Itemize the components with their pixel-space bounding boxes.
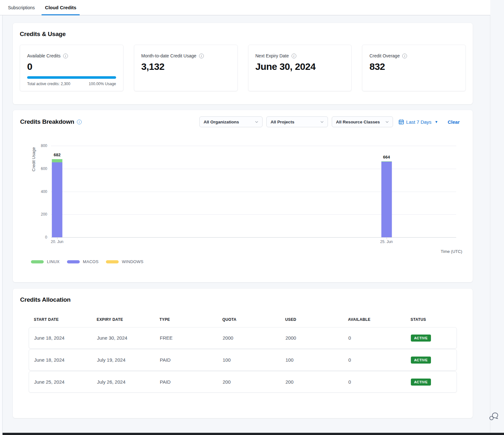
- cell-available: 0: [348, 379, 411, 385]
- cell-start-date: June 25, 2024: [34, 379, 97, 385]
- table-row: June 18, 2024June 30, 2024FREE200020000A…: [29, 327, 457, 349]
- legend-swatch: [67, 260, 80, 263]
- right-edge-divider: [490, 0, 490, 435]
- y-tick-label: 800: [41, 144, 47, 148]
- stat-label: Available Credits: [27, 53, 61, 58]
- stat-label: Next Expiry Date: [256, 53, 289, 58]
- chevron-down-icon: [320, 120, 324, 124]
- chart-legend: LINUXMACOSWINDOWS: [31, 259, 144, 264]
- y-tick-label: 200: [41, 212, 47, 217]
- legend-swatch: [31, 260, 44, 263]
- resource-classes-select[interactable]: All Resource Classes: [332, 116, 393, 127]
- bar-segment-macos[interactable]: [52, 162, 63, 237]
- grid-line: [51, 237, 456, 238]
- y-axis-title: Credit Usage: [31, 128, 36, 191]
- info-icon[interactable]: i: [292, 54, 296, 58]
- credit-usage-chart: 0200400600800Credit UsageTime (UTC)68220…: [51, 146, 456, 237]
- col-header-quota: QUOTA: [222, 317, 285, 322]
- caret-down-icon: ▼: [435, 120, 438, 124]
- legend-item-linux[interactable]: LINUX: [31, 259, 60, 264]
- status-badge: ACTIVE: [411, 357, 431, 364]
- info-icon[interactable]: i: [402, 54, 407, 58]
- info-icon[interactable]: i: [199, 54, 204, 58]
- cell-quota: 100: [223, 357, 285, 363]
- y-tick-label: 400: [41, 189, 47, 194]
- credits-progress-bar: [27, 76, 116, 79]
- cell-status: ACTIVE: [411, 335, 451, 342]
- projects-select[interactable]: All Projects: [266, 116, 328, 127]
- stacked-bar[interactable]: 664: [381, 161, 392, 237]
- col-header-expiry-date: EXPIRY DATE: [97, 317, 159, 322]
- bar-total-label: 682: [54, 152, 61, 157]
- x-tick-mark: [387, 237, 387, 239]
- grid-line: [51, 169, 456, 169]
- grid-line: [51, 192, 456, 192]
- y-tick-label: 600: [41, 166, 47, 171]
- cell-start-date: June 18, 2024: [34, 357, 97, 363]
- cell-used: 100: [285, 357, 348, 363]
- tab-subscriptions[interactable]: Subscriptions: [7, 0, 35, 15]
- col-header-available: AVAILABLE: [348, 317, 411, 322]
- credits-progress-fill: [27, 76, 116, 79]
- stat-value: June 30, 2024: [256, 61, 345, 72]
- tab-bar: Subscriptions Cloud Credits: [0, 0, 490, 15]
- clear-filters-link[interactable]: Clear: [448, 119, 460, 125]
- table-row: June 18, 2024July 19, 2024PAID1001000ACT…: [29, 349, 457, 371]
- x-tick-label: 20. Jun: [51, 240, 63, 244]
- usage-percent: 100.00% Usage: [89, 82, 116, 86]
- stacked-bar[interactable]: 682: [52, 159, 63, 237]
- credits-allocation-table: START DATE EXPIRY DATE TYPE QUOTA USED A…: [29, 317, 457, 393]
- stat-value: 832: [369, 61, 458, 72]
- status-badge: ACTIVE: [411, 335, 431, 342]
- status-badge: ACTIVE: [411, 379, 431, 386]
- cell-start-date: June 18, 2024: [34, 335, 97, 341]
- legend-item-windows[interactable]: WINDOWS: [106, 259, 144, 264]
- tab-cloud-credits[interactable]: Cloud Credits: [44, 0, 77, 15]
- credits-usage-section: Credits & Usage Available Credits i 0 To…: [13, 23, 473, 104]
- credits-allocation-title: Credits Allocation: [13, 296, 473, 303]
- calendar-icon: [399, 119, 404, 124]
- date-range-value: Last 7 Days: [406, 119, 431, 125]
- chevron-down-icon: [385, 120, 389, 124]
- legend-label: MACOS: [83, 259, 99, 264]
- col-header-status: STATUS: [411, 317, 452, 322]
- table-row: June 25, 2024July 26, 2024PAID2002000ACT…: [29, 371, 457, 393]
- info-icon[interactable]: i: [63, 54, 68, 58]
- stat-value: 3,132: [141, 61, 230, 72]
- cell-type: FREE: [160, 335, 223, 341]
- stat-card-row: Available Credits i 0 Total active credi…: [20, 45, 466, 91]
- stat-label: Month-to-date Credit Usage: [141, 53, 196, 58]
- chat-bubble-icon[interactable]: [488, 411, 499, 421]
- cell-expiry-date: July 19, 2024: [97, 357, 160, 363]
- cell-available: 0: [348, 335, 411, 341]
- col-header-start-date: START DATE: [34, 317, 97, 322]
- stat-card-credit-overage: Credit Overage i 832: [362, 45, 466, 91]
- bottom-edge-bar: [0, 433, 504, 435]
- legend-item-macos[interactable]: MACOS: [67, 259, 99, 264]
- stat-card-mtd-usage: Month-to-date Credit Usage i 3,132: [134, 45, 238, 91]
- cell-type: PAID: [160, 379, 223, 385]
- cell-quota: 200: [223, 379, 285, 385]
- total-active-credits: Total active credits: 2,300: [27, 82, 70, 86]
- col-header-type: TYPE: [159, 317, 222, 322]
- cell-quota: 2000: [223, 335, 285, 341]
- col-header-used: USED: [285, 317, 348, 322]
- stat-card-next-expiry: Next Expiry Date i June 30, 2024: [248, 45, 352, 91]
- chart-filters: All Organizations All Projects All Resou…: [199, 116, 460, 127]
- resource-classes-select-value: All Resource Classes: [336, 120, 380, 124]
- screen: Subscriptions Cloud Credits Credits & Us…: [0, 0, 504, 435]
- x-tick-mark: [57, 237, 57, 239]
- cell-used: 200: [285, 379, 348, 385]
- cell-type: PAID: [160, 357, 223, 363]
- x-tick-label: 25. Jun: [380, 240, 393, 244]
- cell-status: ACTIVE: [411, 379, 451, 386]
- bar-segment-macos[interactable]: [381, 162, 392, 237]
- bar-segment-linux[interactable]: [52, 159, 63, 162]
- info-icon[interactable]: i: [77, 120, 82, 124]
- legend-swatch: [106, 260, 119, 263]
- date-range-picker[interactable]: Last 7 Days ▼: [399, 119, 438, 125]
- legend-label: LINUX: [47, 259, 60, 264]
- organizations-select[interactable]: All Organizations: [199, 116, 263, 127]
- grid-line: [51, 214, 456, 215]
- bar-segment-linux[interactable]: [381, 161, 392, 162]
